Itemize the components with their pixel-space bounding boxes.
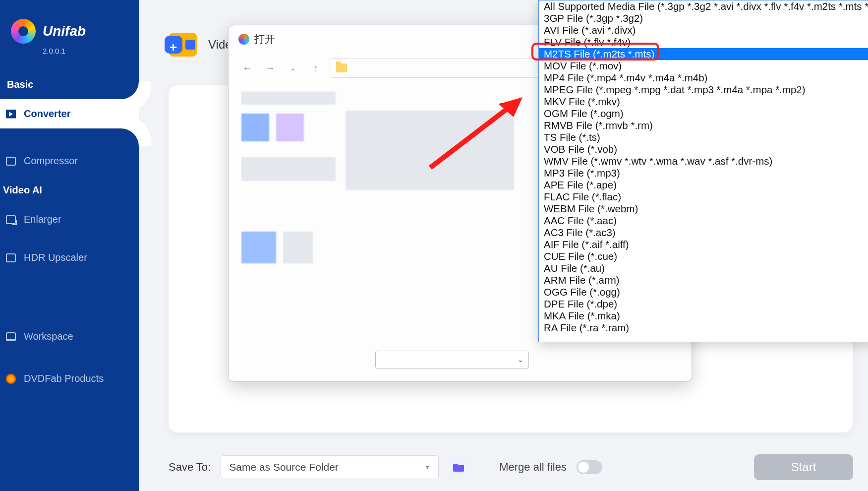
filetype-option[interactable]: AU File (*.au) <box>539 262 868 274</box>
filetype-option[interactable]: APE File (*.ape) <box>539 179 868 191</box>
sidebar-header: Unifab 2.0.0.1 <box>0 0 139 70</box>
filetype-option[interactable]: VOB File (*.vob) <box>539 143 868 155</box>
app-version: 2.0.0.1 <box>43 47 125 55</box>
filetype-dropdown[interactable]: All Supported Media File (*.3gp *.3g2 *.… <box>538 0 868 342</box>
sidebar: Unifab 2.0.0.1 Basic Converter Compresso… <box>0 0 139 491</box>
filetype-option[interactable]: ARM File (*.arm) <box>539 274 868 286</box>
filetype-option[interactable]: FLAC File (*.flac) <box>539 191 868 203</box>
filetype-option[interactable]: OGM File (*.ogm) <box>539 108 868 120</box>
merge-label: Merge all files <box>499 461 567 474</box>
sidebar-item-compressor[interactable]: Compressor <box>0 146 139 176</box>
filetype-option[interactable]: 3GP File (*.3gp *.3g2) <box>539 12 868 24</box>
browse-folder-button[interactable] <box>449 457 469 478</box>
filetype-option[interactable]: MPEG File (*.mpeg *.mpg *.dat *.mp3 *.m4… <box>539 84 868 96</box>
filetype-option[interactable]: WMV File (*.wmv *.wtv *.wma *.wav *.asf … <box>539 155 868 167</box>
filetype-option[interactable]: AC3 File (*.ac3) <box>539 227 868 239</box>
sidebar-label: HDR Upscaler <box>24 252 87 263</box>
compress-icon <box>6 157 16 166</box>
nav-history-button[interactable]: ⌄ <box>284 59 302 77</box>
add-video-icon: + <box>169 33 197 57</box>
filetype-option[interactable]: All Supported Media File (*.3gp *.3g2 *.… <box>539 0 868 12</box>
add-video-row[interactable]: + Vide <box>169 33 232 57</box>
sidebar-label: Enlarger <box>24 214 61 225</box>
filename-combo[interactable]: ⌄ <box>375 351 529 368</box>
dialog-title: 打开 <box>254 32 275 46</box>
merge-toggle[interactable] <box>577 460 602 474</box>
start-button[interactable]: Start <box>754 454 853 480</box>
dialog-logo-icon <box>238 34 249 45</box>
filetype-option[interactable]: AIF File (*.aif *.aiff) <box>539 239 868 250</box>
sidebar-item-enlarger[interactable]: Enlarger <box>0 205 139 234</box>
filetype-option[interactable]: AAC File (*.aac) <box>539 215 868 227</box>
save-to-value: Same as Source Folder <box>229 461 339 473</box>
chevron-down-icon: ⌄ <box>518 356 523 364</box>
chevron-down-icon: ▼ <box>424 464 430 471</box>
filetype-option[interactable]: MP3 File (*.mp3) <box>539 167 868 179</box>
sidebar-label: Compressor <box>24 155 78 167</box>
folder-icon <box>336 63 347 72</box>
sidebar-label: Converter <box>24 108 70 120</box>
filetype-option[interactable]: M2TS File (*.m2ts *.mts) <box>539 48 868 60</box>
nav-back-button[interactable]: ← <box>238 59 256 77</box>
filetype-option[interactable]: WEBM File (*.webm) <box>539 203 868 215</box>
sidebar-label: DVDFab Products <box>24 373 104 384</box>
filetype-option[interactable]: MP4 File (*.mp4 *.m4v *.m4a *.m4b) <box>539 72 868 84</box>
enlarge-icon <box>6 215 16 224</box>
app-logo-icon <box>11 19 36 44</box>
filetype-option[interactable]: MOV File (*.mov) <box>539 60 868 72</box>
nav-forward-button[interactable]: → <box>261 59 279 77</box>
folder-icon <box>453 462 465 472</box>
sidebar-item-converter[interactable]: Converter <box>0 99 139 128</box>
filetype-option[interactable]: DPE File (*.dpe) <box>539 298 868 310</box>
filetype-option[interactable]: OGG File (*.ogg) <box>539 286 868 298</box>
sidebar-section-basic: Basic <box>3 70 139 99</box>
filetype-option[interactable]: MKV File (*.mkv) <box>539 96 868 108</box>
filetype-option[interactable]: MKA File (*.mka) <box>539 310 868 322</box>
app-name: Unifab <box>43 23 86 39</box>
save-to-select[interactable]: Same as Source Folder ▼ <box>221 455 439 479</box>
sidebar-item-dvdfab[interactable]: DVDFab Products <box>0 364 139 393</box>
monitor-icon <box>6 332 16 341</box>
filetype-option[interactable]: RA File (*.ra *.ram) <box>539 322 868 334</box>
filetype-option[interactable]: RMVB File (*.rmvb *.rm) <box>539 120 868 131</box>
sidebar-item-hdr[interactable]: HDR Upscaler <box>0 243 139 272</box>
filetype-option[interactable]: CUE File (*.cue) <box>539 250 868 262</box>
filetype-option[interactable]: FLV File (*.flv *.f4v) <box>539 36 868 48</box>
filetype-option[interactable]: TS File (*.ts) <box>539 131 868 143</box>
filetype-option[interactable]: AVI File (*.avi *.divx) <box>539 24 868 36</box>
sidebar-section-videoai: Video AI <box>0 176 139 205</box>
nav-up-button[interactable]: ↑ <box>307 59 325 77</box>
sidebar-item-workspace[interactable]: Workspace <box>0 322 139 351</box>
dvdfab-icon <box>6 374 16 384</box>
play-icon <box>6 110 16 119</box>
hdr-icon <box>6 253 16 262</box>
save-to-label: Save To: <box>169 461 211 474</box>
bottom-bar: Save To: Same as Source Folder ▼ Merge a… <box>169 454 853 480</box>
sidebar-label: Workspace <box>24 331 73 342</box>
